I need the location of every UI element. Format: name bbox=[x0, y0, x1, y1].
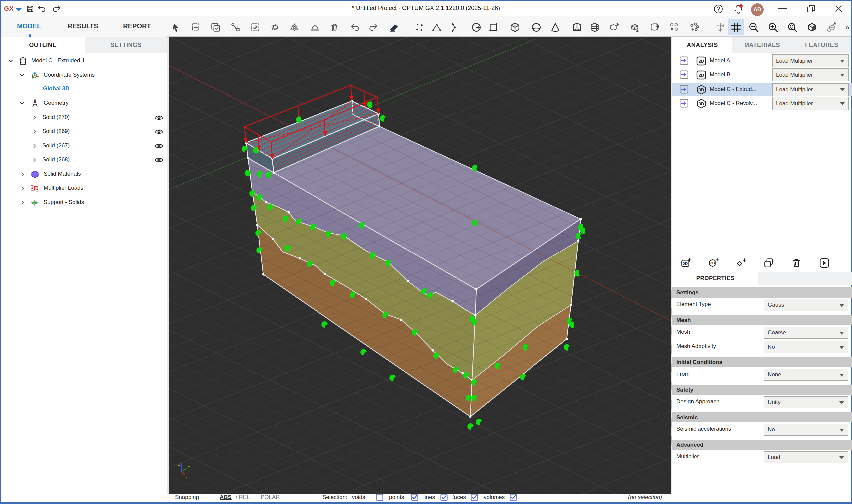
svg-text:2D: 2D bbox=[698, 58, 704, 64]
svg-text:3D: 3D bbox=[698, 102, 704, 106]
svg-text:z: z bbox=[178, 463, 180, 466]
svg-text:2D: 2D bbox=[698, 73, 704, 77]
svg-text:2D: 2D bbox=[682, 262, 688, 266]
svg-text:3D: 3D bbox=[710, 261, 715, 265]
svg-text:3D: 3D bbox=[698, 88, 704, 92]
svg-text:y: y bbox=[188, 464, 190, 468]
svg-text:x: x bbox=[186, 476, 188, 480]
